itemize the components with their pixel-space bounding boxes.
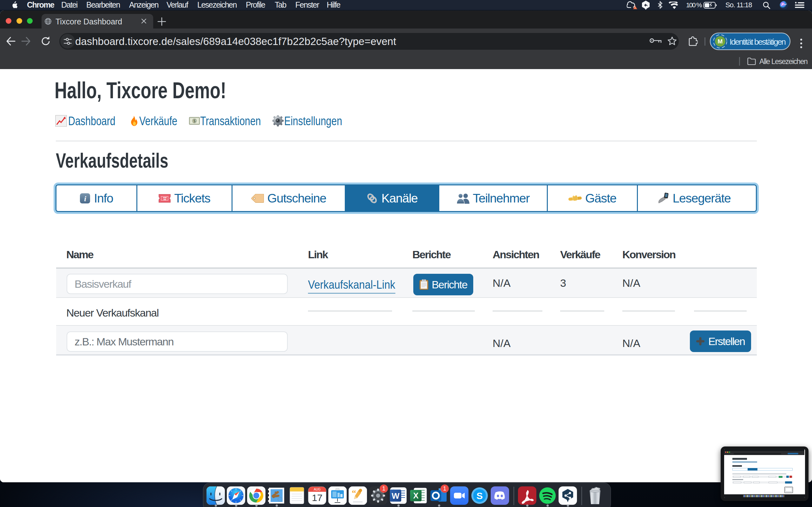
svg-text:17: 17 — [312, 493, 322, 503]
svg-text:W: W — [392, 491, 400, 501]
svg-text:$: $ — [193, 118, 195, 123]
svg-text:S: S — [476, 491, 483, 501]
svg-text:X: X — [413, 491, 419, 500]
svg-text:AUG: AUG — [314, 488, 321, 491]
